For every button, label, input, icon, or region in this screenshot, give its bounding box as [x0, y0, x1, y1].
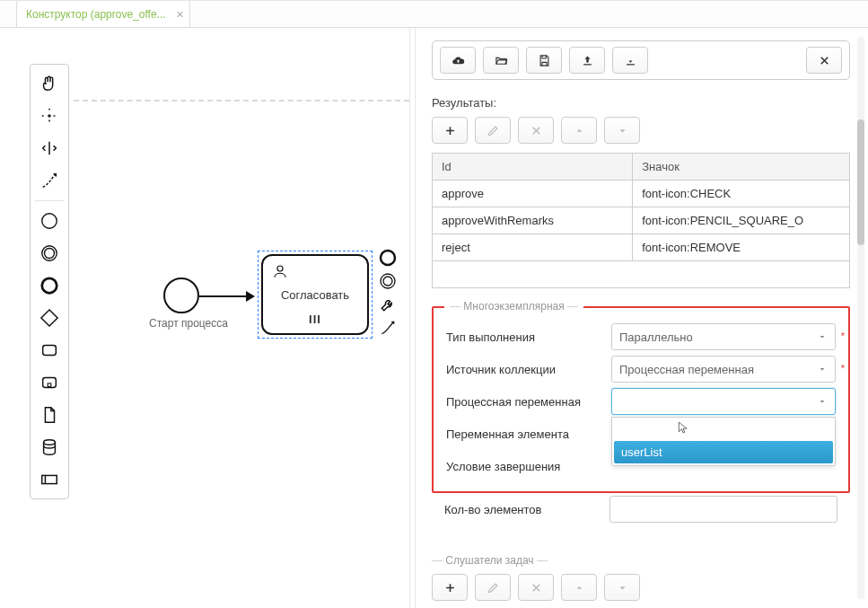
process-var-dropdown: userList [611, 417, 836, 466]
select-value: Процессная переменная [619, 363, 754, 376]
connect-tool-icon[interactable] [34, 165, 65, 196]
exec-type-select[interactable]: Параллельно [611, 323, 836, 350]
wrench-icon[interactable] [377, 294, 399, 315]
completion-cond-label: Условие завершения [446, 460, 604, 473]
svg-point-11 [381, 251, 395, 265]
select-value: Параллельно [619, 330, 693, 344]
svg-rect-5 [43, 346, 57, 356]
close-panel-button[interactable] [806, 47, 842, 74]
close-icon[interactable]: × [176, 7, 183, 22]
dropdown-blank-option[interactable] [614, 419, 833, 441]
svg-point-13 [383, 277, 392, 286]
properties-panel: Результаты: Id Значок approvefont-icon:C… [415, 28, 868, 608]
task-icon[interactable] [34, 335, 65, 366]
tab-title: Конструктор (approve_offe... [26, 8, 166, 21]
user-task-node[interactable]: Согласовать III [258, 251, 373, 339]
svg-rect-6 [43, 378, 57, 388]
table-row[interactable]: rejectfont-icon:REMOVE [433, 234, 850, 261]
multi-instance-group: — Многоэкземплярная — Тип выполнения Пар… [432, 306, 850, 493]
save-button[interactable] [526, 47, 562, 74]
task-listeners-group: — Слушатели задач — [432, 554, 850, 601]
properties-toolbar [432, 40, 850, 80]
move-up-button[interactable] [561, 117, 597, 144]
lasso-tool-icon[interactable] [34, 101, 65, 131]
table-row[interactable]: approvefont-icon:CHECK [433, 181, 850, 207]
process-var-select[interactable] [611, 388, 836, 415]
chevron-down-icon [813, 328, 831, 346]
hand-tool-icon[interactable] [34, 68, 65, 99]
table-row[interactable]: approveWithRemarksfont-icon:PENCIL_SQUAR… [433, 207, 850, 234]
add-listener-button[interactable] [432, 574, 468, 601]
dropdown-option-userlist[interactable]: userList [614, 441, 833, 463]
remove-listener-button[interactable] [518, 574, 554, 601]
start-event-node[interactable] [163, 278, 199, 313]
col-icon[interactable]: Значок [633, 154, 850, 181]
edit-result-button[interactable] [475, 117, 511, 144]
chevron-down-icon [813, 360, 831, 378]
multi-instance-legend: — Многоэкземплярная — [444, 300, 583, 313]
chevron-down-icon [813, 392, 831, 410]
exec-type-label: Тип выполнения [446, 330, 604, 344]
svg-point-8 [44, 440, 56, 445]
scrollbar-thumb[interactable] [857, 119, 864, 245]
tab-constructor[interactable]: Конструктор (approve_offe... × [16, 0, 190, 27]
tab-bar: Конструктор (approve_offe... × [0, 1, 868, 28]
start-event-icon[interactable] [34, 206, 65, 236]
edit-listener-button[interactable] [475, 574, 511, 601]
required-marker: * [841, 330, 845, 341]
start-event-label: Старт процесса [139, 317, 238, 330]
process-var-label: Процессная переменная [446, 395, 604, 409]
cloud-upload-button[interactable] [440, 47, 476, 74]
task-label: Согласовать [281, 288, 349, 302]
remove-result-button[interactable] [518, 117, 554, 144]
multi-instance-marker: III [263, 313, 367, 326]
data-store-icon[interactable] [34, 432, 65, 463]
svg-point-3 [42, 278, 57, 294]
end-event-icon[interactable] [34, 270, 65, 301]
col-id[interactable]: Id [433, 154, 633, 181]
gateway-icon[interactable] [34, 303, 65, 333]
results-buttons [432, 117, 850, 144]
participant-icon[interactable] [34, 464, 65, 495]
user-icon [272, 263, 288, 282]
results-table: Id Значок approvefont-icon:CHECK approve… [432, 153, 850, 288]
context-pad [377, 247, 399, 340]
listeners-legend: Слушатели задач [445, 554, 533, 567]
lane-divider [74, 100, 409, 101]
tool-palette [30, 64, 69, 499]
collection-source-label: Источник коллекции [446, 363, 604, 376]
append-end-event-icon[interactable] [377, 247, 399, 269]
scrollbar[interactable] [857, 37, 864, 599]
svg-point-0 [42, 214, 57, 229]
svg-rect-9 [42, 475, 57, 483]
export-button[interactable] [569, 47, 605, 74]
results-heading: Результаты: [432, 96, 850, 110]
data-object-icon[interactable] [34, 400, 65, 430]
svg-rect-4 [41, 310, 57, 326]
svg-point-10 [277, 266, 283, 271]
required-marker: * [841, 363, 845, 374]
add-result-button[interactable] [432, 117, 468, 144]
move-down-button[interactable] [604, 117, 640, 144]
append-intermediate-event-icon[interactable] [377, 270, 399, 292]
space-tool-icon[interactable] [34, 133, 65, 163]
element-var-label: Переменная элемента [446, 427, 604, 441]
elements-count-label: Кол-во элементов [444, 503, 602, 516]
sequence-flow[interactable] [199, 294, 255, 299]
svg-rect-7 [48, 383, 51, 387]
collection-source-select[interactable]: Процессная переменная [611, 356, 836, 383]
listeners-buttons [432, 574, 850, 601]
open-button[interactable] [483, 47, 519, 74]
import-button[interactable] [612, 47, 648, 74]
intermediate-event-icon[interactable] [34, 238, 65, 269]
connect-icon[interactable] [377, 317, 399, 339]
subprocess-icon[interactable] [34, 367, 65, 398]
elements-count-input[interactable] [609, 496, 837, 523]
svg-point-2 [45, 249, 55, 259]
designer-canvas[interactable]: Старт процесса Согласовать III [0, 28, 409, 608]
listener-down-button[interactable] [604, 574, 640, 601]
listener-up-button[interactable] [561, 574, 597, 601]
